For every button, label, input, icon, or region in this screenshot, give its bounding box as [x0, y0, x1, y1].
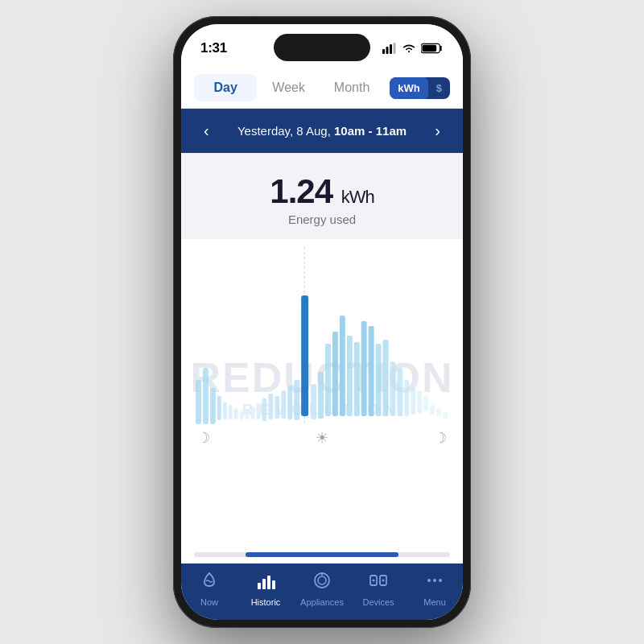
axis-left: ☽: [197, 429, 210, 447]
tab-week[interactable]: Week: [257, 74, 320, 101]
svg-rect-27: [325, 344, 331, 416]
svg-rect-26: [318, 372, 324, 419]
svg-rect-15: [246, 410, 250, 419]
bottom-nav: Now Historic: [181, 564, 463, 620]
svg-point-54: [382, 580, 385, 582]
unit-kwh[interactable]: kWh: [390, 77, 427, 99]
svg-rect-19: [268, 394, 273, 419]
now-icon: [200, 572, 219, 594]
nav-devices[interactable]: Devices: [354, 572, 402, 607]
svg-rect-46: [262, 579, 266, 589]
svg-rect-5: [422, 45, 436, 52]
signal-icon: [382, 43, 397, 54]
svg-rect-23: [294, 380, 299, 420]
svg-rect-13: [234, 408, 238, 419]
prev-arrow[interactable]: ‹: [197, 118, 216, 143]
svg-rect-38: [404, 380, 409, 416]
phone-screen: 1:31: [181, 24, 463, 620]
svg-rect-33: [369, 326, 374, 416]
status-time: 1:31: [200, 40, 227, 56]
svg-rect-7: [196, 380, 201, 424]
svg-point-55: [427, 579, 431, 582]
svg-rect-0: [382, 49, 385, 54]
nav-now[interactable]: Now: [185, 572, 233, 607]
svg-rect-20: [275, 396, 279, 419]
tab-day[interactable]: Day: [194, 74, 257, 101]
date-prefix: Yesterday, 8 Aug,: [237, 124, 334, 138]
svg-rect-42: [430, 405, 435, 415]
period-tabs: Day Week Month: [194, 74, 383, 101]
date-navigation: ‹ Yesterday, 8 Aug, 10am - 11am ›: [181, 109, 463, 153]
devices-icon: [369, 572, 388, 594]
nav-menu[interactable]: Menu: [411, 572, 459, 607]
svg-rect-47: [267, 576, 270, 589]
svg-rect-44: [443, 412, 448, 419]
menu-icon: [425, 572, 444, 594]
svg-rect-39: [411, 387, 415, 415]
dynamic-island: [274, 34, 370, 61]
svg-rect-32: [361, 321, 367, 416]
svg-rect-48: [272, 580, 275, 589]
phone-frame: 1:31: [173, 16, 471, 628]
svg-rect-40: [417, 390, 422, 413]
wifi-icon: [402, 43, 416, 54]
svg-rect-10: [217, 396, 221, 420]
svg-rect-41: [423, 395, 428, 411]
svg-rect-21: [281, 390, 286, 419]
svg-point-57: [439, 579, 442, 582]
svg-rect-28: [332, 332, 338, 416]
nav-historic-label: Historic: [251, 597, 281, 607]
nav-appliances-label: Appliances: [300, 597, 344, 607]
svg-rect-16: [251, 407, 255, 419]
chart-svg: [194, 247, 450, 424]
svg-rect-14: [240, 411, 244, 419]
nav-historic[interactable]: Historic: [242, 572, 290, 607]
svg-rect-36: [390, 361, 395, 416]
date-time-range: 10am - 11am: [334, 124, 407, 138]
appliances-icon: [312, 572, 332, 594]
svg-rect-35: [383, 340, 389, 416]
svg-rect-9: [210, 388, 216, 424]
nav-menu-label: Menu: [423, 597, 446, 607]
nav-devices-label: Devices: [362, 597, 394, 607]
app-content: Day Week Month kWh $ ‹ Yesterday, 8 Aug,…: [181, 64, 463, 564]
svg-rect-24: [301, 295, 308, 416]
tab-month[interactable]: Month: [320, 74, 383, 101]
svg-rect-45: [258, 583, 261, 589]
svg-rect-2: [390, 44, 392, 54]
svg-rect-18: [262, 398, 266, 421]
unit-toggle: kWh $: [390, 77, 450, 99]
energy-unit: kWh: [341, 187, 374, 207]
chart-axis: ☽ ☀ ☽: [194, 424, 450, 447]
date-label: Yesterday, 8 Aug, 10am - 11am: [237, 124, 407, 138]
svg-rect-17: [257, 403, 261, 419]
historic-icon: [256, 572, 275, 594]
axis-right: ☽: [434, 429, 447, 447]
energy-description: Energy used: [197, 213, 447, 226]
svg-rect-22: [287, 386, 292, 419]
svg-rect-25: [311, 384, 316, 419]
chart-area: REDUCTION REVOLUTION: [181, 239, 463, 546]
unit-dollar[interactable]: $: [428, 77, 450, 99]
period-tab-bar: Day Week Month kWh $: [181, 64, 463, 109]
svg-point-56: [433, 579, 436, 582]
svg-rect-31: [354, 342, 360, 416]
svg-rect-12: [229, 405, 233, 419]
energy-number: 1.24: [270, 172, 332, 210]
svg-rect-1: [386, 47, 389, 54]
svg-rect-29: [340, 316, 345, 416]
svg-rect-11: [223, 402, 227, 419]
svg-rect-3: [394, 43, 396, 54]
svg-rect-34: [376, 344, 382, 416]
nav-now-label: Now: [200, 597, 218, 607]
energy-value: 1.24 kWh: [197, 172, 447, 211]
scroll-indicator: [194, 552, 450, 557]
svg-rect-43: [436, 408, 441, 416]
scroll-thumb: [246, 552, 399, 557]
bar-chart: [194, 247, 450, 424]
axis-center: ☀: [316, 429, 328, 447]
next-arrow[interactable]: ›: [428, 118, 447, 143]
svg-point-53: [373, 580, 375, 582]
status-icons: [382, 43, 444, 54]
nav-appliances[interactable]: Appliances: [298, 572, 346, 607]
